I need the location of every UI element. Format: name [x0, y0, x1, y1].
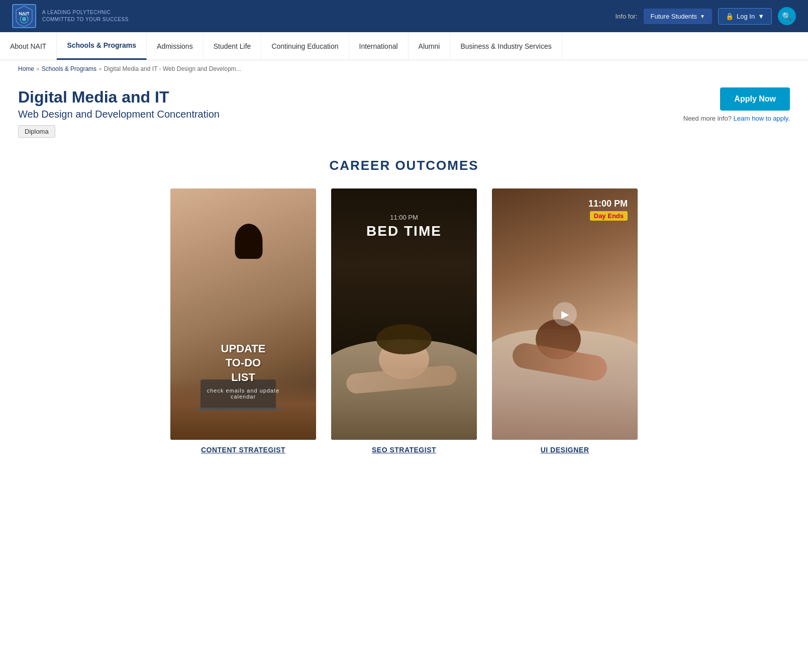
nav-schools-programs[interactable]: Schools & Programs: [57, 32, 147, 60]
header-actions: Info for: Future Students ▼ 🔒 Log In ▼ 🔍: [615, 7, 796, 25]
login-button[interactable]: 🔒 Log In ▼: [718, 8, 772, 25]
career-card-ui-designer: 11:00 PM Day Ends ▶ UI DESIGNER: [492, 188, 638, 454]
nav-student-life[interactable]: Student Life: [204, 32, 262, 60]
tagline-line2: COMMITTED TO YOUR SUCCESS: [42, 16, 129, 23]
play-button[interactable]: ▶: [553, 302, 577, 326]
need-more-info-text: Need more info?: [683, 115, 732, 122]
career-card-seo-strategist: 11:00 PM BED TIME SEO STRATEGIST: [331, 188, 477, 454]
nav-business-industry[interactable]: Business & Industry Services: [450, 32, 562, 60]
svg-point-2: [22, 17, 26, 21]
seo-strategist-label[interactable]: SEO STRATEGIST: [372, 446, 436, 454]
seo-time-overlay: 11:00 PM BED TIME: [331, 214, 477, 239]
ui-day-ends-tag: Day Ends: [590, 211, 628, 221]
search-icon: 🔍: [782, 12, 792, 21]
apply-area: Apply Now Need more info? Learn how to a…: [683, 87, 790, 122]
seo-time-label: 11:00 PM: [331, 214, 477, 221]
program-title: Digital Media and IT: [18, 87, 220, 107]
main-navigation: About NAIT Schools & Programs Admissions…: [0, 32, 808, 60]
future-students-label: Future Students: [651, 13, 697, 20]
ui-designer-label[interactable]: UI DESIGNER: [541, 446, 589, 454]
overlay-main-text: UPDATETO-DOLIST: [170, 342, 316, 385]
seo-big-text: BED TIME: [331, 223, 477, 239]
learn-how-link[interactable]: Learn how to apply.: [734, 115, 790, 122]
breadcrumb-sep-1: »: [36, 65, 40, 72]
program-badge: Diploma: [18, 125, 55, 138]
nav-international[interactable]: International: [349, 32, 409, 60]
breadcrumb-schools[interactable]: Schools & Programs: [42, 65, 96, 72]
apply-now-button[interactable]: Apply Now: [720, 87, 790, 111]
ui-designer-image: 11:00 PM Day Ends ▶: [492, 188, 638, 440]
content-strategist-image: UPDATETO-DOLIST check emails and updatec…: [170, 188, 316, 440]
program-header: Digital Media and IT Web Design and Deve…: [18, 87, 790, 138]
career-outcomes-section: CAREER OUTCOMES: [18, 158, 790, 454]
career-outcomes-title: CAREER OUTCOMES: [18, 158, 790, 173]
logo-text: A LEADING POLYTECHNIC COMMITTED TO YOUR …: [42, 9, 129, 23]
program-subtitle: Web Design and Development Concentration: [18, 109, 220, 120]
nav-admissions[interactable]: Admissions: [147, 32, 204, 60]
search-button[interactable]: 🔍: [778, 7, 796, 25]
seo-strategist-image: 11:00 PM BED TIME: [331, 188, 477, 440]
breadcrumb-home[interactable]: Home: [18, 65, 34, 72]
login-label: Log In: [737, 13, 755, 20]
page-content: Digital Media and IT Web Design and Deve…: [0, 77, 808, 474]
program-title-area: Digital Media and IT Web Design and Deve…: [18, 87, 220, 138]
breadcrumb: Home » Schools & Programs » Digital Medi…: [0, 60, 808, 77]
content-strategist-label[interactable]: CONTENT STRATEGIST: [201, 446, 285, 454]
nait-logo: NAIT: [12, 4, 36, 28]
dropdown-caret: ▼: [700, 14, 705, 19]
career-card-content-strategist: UPDATETO-DOLIST check emails and updatec…: [170, 188, 316, 454]
logo-area: NAIT A LEADING POLYTECHNIC COMMITTED TO …: [12, 4, 129, 28]
nav-continuing-education[interactable]: Continuing Education: [261, 32, 349, 60]
lock-icon: 🔒: [726, 13, 734, 20]
tagline-line1: A LEADING POLYTECHNIC: [42, 9, 129, 16]
future-students-button[interactable]: Future Students ▼: [644, 9, 712, 24]
need-more-info: Need more info? Learn how to apply.: [683, 115, 790, 122]
content-strategist-overlay: UPDATETO-DOLIST check emails and updatec…: [170, 342, 316, 400]
info-for-label: Info for:: [615, 13, 637, 20]
ui-time-text: 11:00 PM: [588, 199, 628, 209]
breadcrumb-sep-2: »: [98, 65, 102, 72]
breadcrumb-current: Digital Media and IT - Web Design and De…: [104, 65, 241, 72]
ui-time-area: 11:00 PM Day Ends: [588, 199, 628, 221]
site-header: NAIT A LEADING POLYTECHNIC COMMITTED TO …: [0, 0, 808, 32]
login-caret: ▼: [758, 13, 764, 20]
overlay-sub-text: check emails and updatecalendar: [170, 388, 316, 400]
nav-about-nait[interactable]: About NAIT: [0, 32, 57, 60]
nav-alumni[interactable]: Alumni: [409, 32, 451, 60]
career-cards-container: UPDATETO-DOLIST check emails and updatec…: [18, 188, 790, 454]
